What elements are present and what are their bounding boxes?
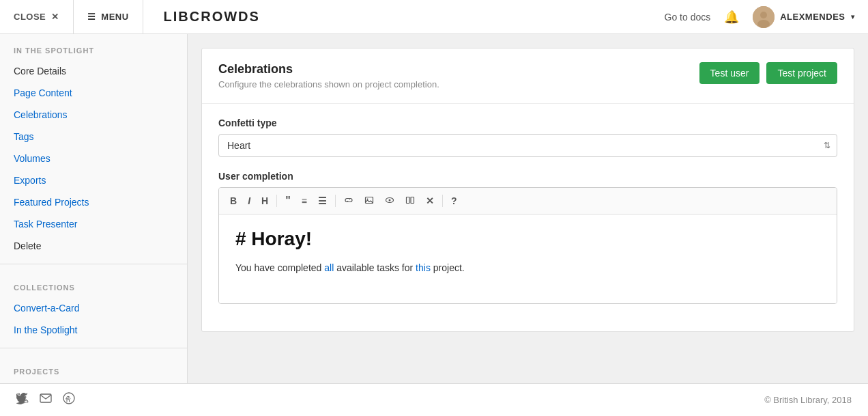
menu-button[interactable]: ☰ MENU [74, 0, 143, 33]
highlight-this: this [416, 262, 431, 273]
highlight-all: all [324, 262, 334, 273]
github-icon[interactable] [63, 392, 75, 408]
user-completion-label: User completion [218, 171, 837, 182]
confetti-label: Confetti type [218, 117, 837, 128]
sidebar-item-task-presenter[interactable]: Task Presenter [0, 213, 187, 235]
notifications-icon[interactable]: 🔔 [724, 10, 739, 25]
toolbar-ordered-list-button[interactable]: ☰ [314, 193, 331, 209]
user-completion-field-group: User completion B I H " ≡ ☰ [218, 171, 837, 304]
sidebar-section-collections: COLLECTIONS [0, 271, 187, 297]
hamburger-icon: ☰ [87, 12, 96, 22]
toolbar-unordered-list-button[interactable]: ≡ [298, 193, 311, 209]
sidebar-item-celebrations[interactable]: Celebrations [0, 104, 187, 126]
close-label: CLOSE [14, 12, 46, 22]
toolbar-help-button[interactable]: ? [447, 193, 461, 209]
header-right: Go to docs 🔔 ALEXMENDES ▾ [651, 6, 869, 28]
toolbar-italic-button[interactable]: I [244, 193, 255, 209]
toolbar-separator-3 [442, 195, 443, 207]
user-name: ALEXMENDES [780, 12, 845, 22]
header: CLOSE ✕ ☰ MENU LIBCROWDS Go to docs 🔔 AL… [0, 0, 868, 34]
confetti-select-wrapper: HeartStarsFireworksBalloons ⇅ [218, 134, 837, 157]
sidebar-item-convert-a-card[interactable]: Convert-a-Card [0, 297, 187, 319]
sidebar-item-tags[interactable]: Tags [0, 126, 187, 148]
svg-point-2 [757, 20, 770, 28]
sidebar-item-in-the-spotlight[interactable]: In the Spotlight [0, 319, 187, 341]
sidebar-section-projects: PROJECTS [0, 355, 187, 381]
svg-point-19 [63, 393, 74, 404]
toolbar-preview-button[interactable] [381, 193, 399, 210]
footer-social-icons [16, 392, 75, 408]
card-actions: Test user Test project [699, 62, 837, 84]
toolbar-bold-button[interactable]: B [226, 193, 241, 209]
sidebar-item-exports[interactable]: Exports [0, 169, 187, 191]
menu-label: MENU [101, 12, 128, 22]
toolbar-link-button[interactable] [340, 193, 358, 210]
editor-paragraph: You have completed all available tasks f… [235, 261, 820, 275]
toolbar-image-button[interactable] [360, 193, 378, 210]
chevron-down-icon: ▾ [851, 13, 855, 20]
sidebar-item-featured-projects[interactable]: Featured Projects [0, 191, 187, 213]
sidebar-divider-1 [0, 264, 187, 264]
toolbar-separator-2 [335, 195, 336, 207]
sidebar: IN THE SPOTLIGHT Core Details Page Conte… [0, 34, 188, 383]
svg-rect-16 [406, 197, 409, 203]
toolbar-separator-1 [276, 195, 277, 207]
card-body: Confetti type HeartStarsFireworksBalloon… [202, 104, 854, 331]
celebrations-card: Celebrations Configure the celebrations … [201, 48, 854, 332]
sidebar-item-page-content[interactable]: Page Content [0, 82, 187, 104]
app-logo: LIBCROWDS [143, 9, 651, 25]
main-content: Celebrations Configure the celebrations … [188, 34, 868, 383]
toolbar-heading-button[interactable]: H [257, 193, 272, 209]
svg-rect-18 [40, 394, 51, 402]
footer: © British Library, 2018 [0, 383, 868, 416]
card-header: Celebrations Configure the celebrations … [202, 48, 854, 104]
confetti-select[interactable]: HeartStarsFireworksBalloons [218, 134, 837, 157]
sidebar-item-volumes[interactable]: Volumes [0, 148, 187, 169]
svg-rect-17 [411, 197, 414, 203]
editor-heading: # Horay! [235, 228, 820, 250]
toolbar-quote-button[interactable]: " [281, 192, 295, 210]
twitter-icon[interactable] [16, 392, 29, 408]
sidebar-item-delete[interactable]: Delete [0, 235, 187, 257]
toolbar-fullscreen-button[interactable]: ✕ [422, 193, 438, 209]
editor-content[interactable]: # Horay! You have completed all availabl… [219, 214, 837, 303]
editor-toolbar: B I H " ≡ ☰ [219, 188, 837, 214]
confetti-field-group: Confetti type HeartStarsFireworksBalloon… [218, 117, 837, 157]
toolbar-side-by-side-button[interactable] [401, 193, 419, 210]
close-button[interactable]: CLOSE ✕ [0, 0, 74, 33]
sidebar-divider-2 [0, 348, 187, 348]
svg-point-1 [760, 12, 767, 18]
close-icon: ✕ [51, 12, 59, 22]
svg-point-15 [388, 199, 390, 201]
email-icon[interactable] [40, 392, 52, 408]
card-title-area: Celebrations Configure the celebrations … [218, 62, 439, 89]
test-user-button[interactable]: Test user [699, 62, 760, 84]
sidebar-section-spotlight: IN THE SPOTLIGHT [0, 34, 187, 60]
sidebar-item-core-details[interactable]: Core Details [0, 60, 187, 82]
user-menu[interactable]: ALEXMENDES ▾ [753, 6, 854, 28]
editor-wrapper: B I H " ≡ ☰ [218, 187, 837, 304]
card-title: Celebrations [218, 62, 439, 77]
docs-link[interactable]: Go to docs [665, 12, 711, 23]
card-subtitle: Configure the celebrations shown on proj… [218, 79, 439, 89]
copyright: © British Library, 2018 [764, 395, 852, 405]
avatar [753, 6, 775, 28]
body: IN THE SPOTLIGHT Core Details Page Conte… [0, 34, 868, 383]
test-project-button[interactable]: Test project [766, 62, 837, 84]
